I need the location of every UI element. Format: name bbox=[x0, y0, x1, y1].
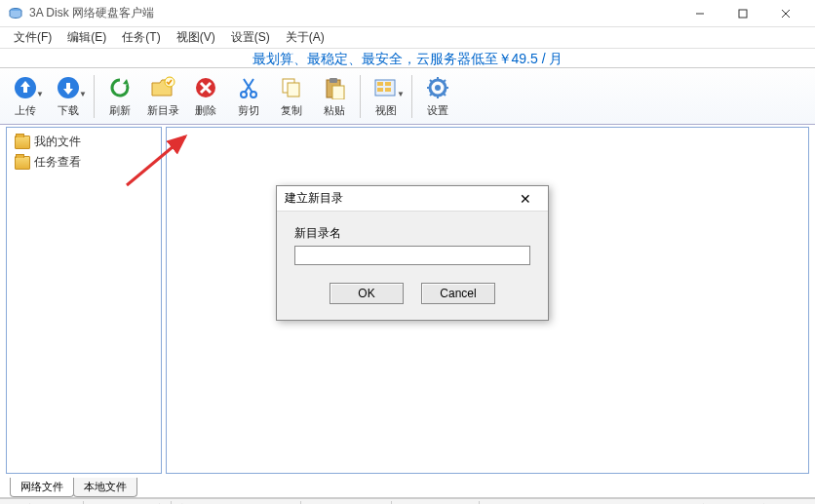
promo-banner[interactable]: 最划算、最稳定、最安全，云服务器低至￥49.5 / 月 bbox=[0, 49, 815, 68]
gear-icon bbox=[424, 74, 451, 101]
svg-point-22 bbox=[435, 85, 441, 91]
svg-rect-12 bbox=[288, 83, 299, 97]
sidebar-item-myfiles[interactable]: 我的文件 bbox=[11, 132, 157, 152]
cut-icon bbox=[235, 74, 262, 101]
sidebar-item-label: 任务查看 bbox=[34, 154, 81, 171]
menu-file[interactable]: 文件(F) bbox=[6, 27, 59, 48]
statusbar: 用户：anxiaz 等级：免费用户 空间大小：0.00 B/500 M 上传大小… bbox=[0, 498, 815, 504]
titlebar: 3A Disk 网络硬盘客户端 bbox=[0, 0, 815, 27]
ok-button[interactable]: OK bbox=[330, 283, 404, 304]
view-label: 视图 bbox=[375, 103, 397, 118]
toolbar: ▼ 上传 ▼ 下载 刷新 新目录 删除 剪切 复制 粘贴 ▼ 视图 设置 bbox=[0, 68, 815, 125]
paste-label: 粘贴 bbox=[324, 103, 345, 118]
refresh-label: 刷新 bbox=[109, 103, 131, 118]
view-icon bbox=[372, 74, 400, 101]
svg-rect-20 bbox=[385, 88, 391, 92]
folder-icon bbox=[15, 136, 30, 149]
download-icon bbox=[55, 74, 82, 101]
upload-icon bbox=[12, 74, 39, 101]
paste-icon bbox=[321, 74, 348, 101]
minimize-button[interactable] bbox=[679, 0, 721, 27]
menu-edit[interactable]: 编辑(E) bbox=[59, 27, 114, 48]
dialog-field-label: 新目录名 bbox=[294, 225, 530, 242]
settings-label: 设置 bbox=[427, 103, 448, 118]
menu-settings[interactable]: 设置(S) bbox=[223, 27, 278, 48]
cut-button[interactable]: 剪切 bbox=[227, 71, 270, 122]
sidebar-item-label: 我的文件 bbox=[34, 134, 81, 150]
upload-label: 上传 bbox=[15, 103, 36, 118]
cancel-button[interactable]: Cancel bbox=[421, 283, 495, 304]
toolbar-separator bbox=[94, 75, 95, 118]
new-folder-label: 新目录 bbox=[147, 103, 179, 118]
folder-name-input[interactable] bbox=[294, 246, 530, 265]
view-button[interactable]: ▼ 视图 bbox=[365, 71, 408, 122]
dialog-titlebar[interactable]: 建立新目录 ✕ bbox=[277, 186, 548, 212]
status-user: 用户：anxiaz bbox=[8, 501, 84, 505]
svg-rect-19 bbox=[377, 88, 383, 92]
menu-task[interactable]: 任务(T) bbox=[114, 27, 168, 48]
chevron-down-icon: ▼ bbox=[36, 90, 44, 98]
new-folder-icon bbox=[149, 74, 176, 101]
new-folder-button[interactable]: 新目录 bbox=[141, 71, 184, 122]
dialog-title: 建立新目录 bbox=[285, 190, 511, 207]
delete-label: 删除 bbox=[195, 103, 216, 118]
download-label: 下载 bbox=[58, 103, 79, 118]
svg-rect-15 bbox=[332, 86, 344, 99]
refresh-button[interactable]: 刷新 bbox=[98, 71, 141, 122]
copy-icon bbox=[278, 74, 305, 101]
chevron-down-icon: ▼ bbox=[397, 90, 405, 98]
dialog-close-button[interactable]: ✕ bbox=[511, 191, 540, 207]
copy-button[interactable]: 复制 bbox=[270, 71, 313, 122]
app-icon bbox=[8, 6, 23, 21]
window-title: 3A Disk 网络硬盘客户端 bbox=[29, 5, 679, 21]
status-level: 等级：免费用户 bbox=[84, 501, 172, 505]
download-button[interactable]: ▼ 下载 bbox=[47, 71, 90, 122]
close-button[interactable] bbox=[764, 0, 807, 27]
bottom-tabs: 网络文件 本地文件 bbox=[0, 476, 815, 497]
svg-rect-18 bbox=[385, 82, 391, 86]
delete-icon bbox=[192, 74, 219, 101]
tab-network-files[interactable]: 网络文件 bbox=[10, 478, 74, 497]
copy-label: 复制 bbox=[281, 103, 302, 118]
svg-rect-14 bbox=[330, 78, 337, 83]
menu-view[interactable]: 视图(V) bbox=[169, 27, 223, 48]
upload-button[interactable]: ▼ 上传 bbox=[4, 71, 47, 122]
cut-label: 剪切 bbox=[238, 103, 259, 118]
menubar: 文件(F) 编辑(E) 任务(T) 视图(V) 设置(S) 关于(A) bbox=[0, 27, 815, 49]
svg-rect-17 bbox=[377, 82, 383, 86]
settings-button[interactable]: 设置 bbox=[416, 71, 459, 122]
folder-icon bbox=[15, 156, 30, 170]
refresh-icon bbox=[106, 74, 134, 101]
status-expire: 有效期至：不限 bbox=[392, 501, 480, 505]
toolbar-separator bbox=[411, 75, 412, 118]
paste-button[interactable]: 粘贴 bbox=[313, 71, 356, 122]
toolbar-separator bbox=[360, 75, 361, 118]
delete-button[interactable]: 删除 bbox=[184, 71, 227, 122]
sidebar-item-taskview[interactable]: 任务查看 bbox=[11, 152, 157, 173]
tab-local-files[interactable]: 本地文件 bbox=[73, 478, 137, 497]
status-count: 共计：0个文件夹，0个文件0.00 bbox=[644, 501, 807, 505]
sidebar: 我的文件 任务查看 bbox=[6, 127, 162, 474]
svg-rect-2 bbox=[739, 10, 747, 18]
maximize-button[interactable] bbox=[721, 0, 764, 27]
status-upload: 上传大小：50 M bbox=[301, 501, 391, 505]
new-folder-dialog: 建立新目录 ✕ 新目录名 OK Cancel bbox=[276, 185, 549, 321]
menu-about[interactable]: 关于(A) bbox=[278, 27, 332, 48]
chevron-down-icon: ▼ bbox=[79, 90, 87, 98]
status-space: 空间大小：0.00 B/500 M bbox=[172, 501, 301, 505]
